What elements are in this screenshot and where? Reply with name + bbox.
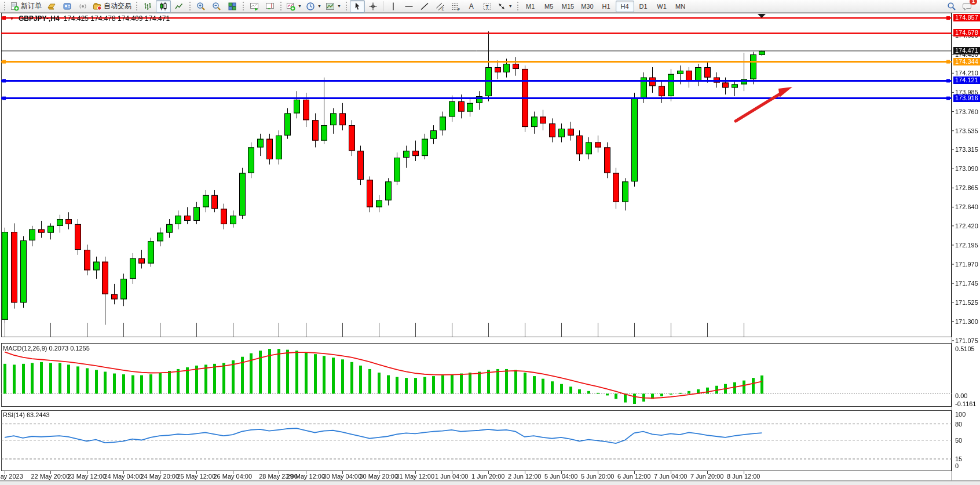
fibonacci-icon: F <box>451 2 460 11</box>
indicators-icon <box>286 2 295 11</box>
trendline-button[interactable] <box>417 0 432 13</box>
text-label-button[interactable]: T <box>480 0 495 13</box>
time-axis[interactable]: 22 May 202322 May 20:0023 May 12:0024 Ma… <box>0 471 952 481</box>
price-tick-label: 173.090 <box>955 165 978 172</box>
templates-button[interactable]: ▼ <box>324 0 343 13</box>
signals-button[interactable] <box>75 0 90 13</box>
time-axis-label: 30 May 04:00 <box>323 473 361 480</box>
auto-scroll-button[interactable] <box>247 0 262 13</box>
price-tick-label: 171.300 <box>955 318 978 325</box>
broadcast-icon <box>78 2 87 11</box>
toolbar-grip[interactable] <box>346 2 347 10</box>
crosshair-icon <box>368 2 378 11</box>
auto-trading-button[interactable]: 自动交易 <box>91 0 133 13</box>
timeframe-D1[interactable]: D1 <box>634 1 653 12</box>
macd-axis-label: 0.5105 <box>955 345 975 352</box>
trendline-icon <box>420 2 429 11</box>
time-axis-label: 1 Jun 04:00 <box>435 473 469 480</box>
svg-text:F: F <box>458 7 460 11</box>
notification-badge: 1 <box>970 0 977 5</box>
time-axis-label: 29 May 12:00 <box>286 473 325 480</box>
symbol-marker-icon: ▼ <box>9 14 14 23</box>
macd-label: MACD(12,26,9) 0.2073 0.1255 <box>3 345 90 352</box>
toolbar-grip[interactable] <box>136 2 137 10</box>
search-icon <box>947 2 956 11</box>
toolbar-grip[interactable] <box>189 2 191 10</box>
chevron-down-icon: ▼ <box>509 4 513 8</box>
timeframe-H1[interactable]: H1 <box>597 1 616 12</box>
price-badge: 174.471 <box>953 47 980 54</box>
timeframe-H4[interactable]: H4 <box>616 1 634 12</box>
chart-ohlc-values: 174.425 174.478 174.409 174.471 <box>64 14 170 23</box>
time-axis-label: 23 May 12:00 <box>67 473 106 480</box>
chart-candles-button[interactable] <box>156 0 171 13</box>
timeframe-MN[interactable]: MN <box>671 1 690 12</box>
price-tick-label: 171.970 <box>955 261 978 268</box>
metaeditor-button[interactable] <box>44 0 59 13</box>
text-button[interactable]: A <box>464 0 479 13</box>
price-tick-label: 171.075 <box>955 337 978 344</box>
blue-window-icon <box>63 2 72 11</box>
timeframe-M1[interactable]: M1 <box>521 1 540 12</box>
price-tick-label: 172.195 <box>955 242 978 249</box>
notifications-button[interactable]: 1 <box>960 0 975 13</box>
chart-shift-icon <box>265 2 275 11</box>
timeframe-W1[interactable]: W1 <box>653 1 671 12</box>
indicators-button[interactable]: ▼ <box>284 0 303 13</box>
arrows-button[interactable]: ▼ <box>495 0 514 13</box>
clock-icon <box>306 2 315 11</box>
time-axis-label: 24 May 04:00 <box>104 473 142 480</box>
price-tick-label: 171.745 <box>955 280 978 287</box>
chart-bars-button[interactable] <box>140 0 155 13</box>
market-watch-button[interactable] <box>60 0 75 13</box>
horizontal-line-button[interactable] <box>401 0 416 13</box>
vertical-line-button[interactable] <box>386 0 401 13</box>
price-badge: 173.916 <box>953 94 980 102</box>
price-badge: 174.678 <box>953 29 980 37</box>
new-order-icon <box>10 2 19 11</box>
periods-button[interactable]: ▼ <box>304 0 323 13</box>
chart-line-button[interactable] <box>171 0 187 13</box>
zoom-out-button[interactable] <box>209 0 224 13</box>
crosshair-button[interactable] <box>365 0 381 13</box>
zoom-in-button[interactable] <box>193 0 209 13</box>
chevron-down-icon: ▼ <box>317 4 321 8</box>
time-axis-label: 8 Jun 12:00 <box>727 473 760 480</box>
macd-axis-label: -0.1161 <box>955 400 977 407</box>
price-chart-canvas[interactable] <box>0 0 980 485</box>
time-axis-label: 6 Jun 12:00 <box>617 473 651 480</box>
fibonacci-button[interactable]: F <box>448 0 463 13</box>
search-button[interactable] <box>944 0 959 13</box>
zoom-out-icon <box>212 2 221 11</box>
new-order-label: 新订单 <box>21 1 42 11</box>
time-axis-label: 26 May 04:00 <box>213 473 252 480</box>
time-axis-label: 30 May 20:00 <box>359 473 398 480</box>
toolbar-grip[interactable] <box>4 2 5 10</box>
time-axis-label: 2 Jun 12:00 <box>508 473 542 480</box>
rsi-axis-label: 0 <box>955 462 959 469</box>
cursor-arrow-icon <box>353 2 362 11</box>
vertical-line-icon <box>389 2 397 11</box>
channel-button[interactable]: E <box>433 0 448 13</box>
chart-shift-button[interactable] <box>262 0 277 13</box>
timeframe-M30[interactable]: M30 <box>577 1 597 12</box>
cursor-button[interactable] <box>350 0 365 13</box>
time-axis-label: 22 May 20:00 <box>31 473 70 480</box>
time-axis-label: 25 May 12:00 <box>177 473 215 480</box>
price-badge: 174.344 <box>953 58 980 65</box>
svg-text:E: E <box>441 7 444 11</box>
toolbar-grip[interactable] <box>280 2 281 10</box>
toolbar-grip[interactable] <box>243 2 244 10</box>
new-order-button[interactable]: 新订单 <box>8 0 43 13</box>
timeframe-M15[interactable]: M15 <box>558 1 577 12</box>
price-axis[interactable]: 174.655174.430174.210173.985173.760173.5… <box>952 13 980 471</box>
tile-windows-button[interactable] <box>225 0 240 13</box>
rsi-axis-label: 50 <box>955 437 962 444</box>
timeframe-M5[interactable]: M5 <box>540 1 558 12</box>
toolbar: 新订单 自动交易 <box>0 0 980 13</box>
time-axis-label: 7 Jun 20:00 <box>690 473 724 480</box>
toolbar-grip[interactable] <box>517 2 518 10</box>
horizontal-line-icon <box>404 2 414 11</box>
price-tick-label: 172.420 <box>955 223 978 229</box>
equidistant-channel-icon: E <box>436 2 445 11</box>
